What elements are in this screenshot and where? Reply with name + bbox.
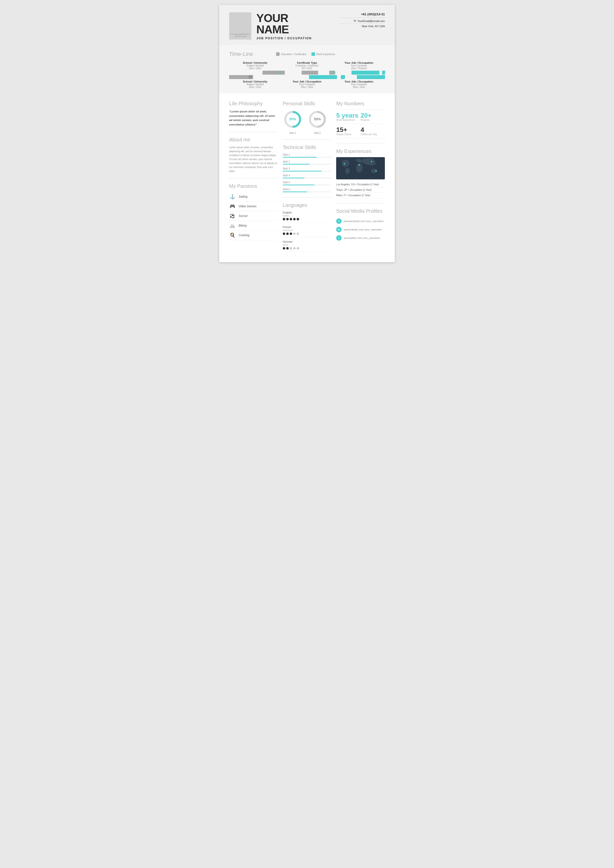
twitter-icon: t — [336, 235, 342, 241]
languages-title: Languages — [283, 202, 331, 208]
timeline-legend: Education / Certificates Work Experience — [276, 53, 335, 56]
passions-title: My Passions — [229, 183, 278, 189]
skill3-label: Skill 3 — [283, 167, 331, 170]
timeline-bot-item-1: School / University Subject Studied 20xx… — [229, 80, 281, 88]
lang-french-dots — [283, 232, 331, 235]
legend-edu-box — [276, 53, 280, 56]
number-years-value: 5 years — [336, 112, 361, 119]
tl-item2-sub1: Compnay / Institution — [281, 64, 333, 67]
dot — [293, 247, 295, 250]
header-name-area: YOUR NAME JOB POSITION / OCCUPATION — [256, 12, 336, 40]
skill2-fill — [283, 164, 309, 164]
tl-item2-title: Certificate Type — [281, 61, 333, 64]
about-me-section: About me Lorem ipsum dolor sit amet, con… — [229, 137, 278, 173]
left-column: Life Philosophy "Lorem ipsum dolor sit a… — [229, 101, 278, 255]
number-projects-value: 20+ — [361, 112, 385, 119]
my-numbers-title: My Numbers — [336, 101, 385, 107]
languages-section: Languages English Native French Advanced — [283, 202, 331, 252]
passion-biking: 🚲 Biking — [229, 221, 278, 231]
donut-svg-1: 50% — [283, 110, 303, 129]
timeline-bot-item-3: Your Job / Occupation Your Company 20xx … — [333, 80, 385, 88]
tl-item1-sub1: Subject Studied — [229, 64, 281, 67]
dot — [286, 218, 289, 220]
social-media-title: Social Media Profiles — [336, 208, 385, 214]
life-philosophy-title: Life Philosophy — [229, 101, 278, 107]
donut-skill2: 50% Skill 2 — [308, 110, 327, 135]
timeline-item-3: Your Job / Occupation Your Company 20xx … — [333, 61, 385, 70]
soccer-icon: ⚽ — [229, 213, 236, 219]
lang-german-level: Basic — [283, 243, 331, 246]
passion-videogames: 🎮 Video Games — [229, 202, 278, 211]
dot — [297, 218, 299, 220]
donut-skill1: 50% Skill 1 — [283, 110, 303, 135]
divider-6 — [336, 203, 385, 203]
cooking-icon: 🍳 — [229, 232, 236, 238]
life-philosophy-section: Life Philosophy "Lorem ipsum dolor sit a… — [229, 101, 278, 127]
philosophy-quote: "Lorem ipsum dolor sit amet, consectetur… — [229, 110, 278, 127]
facebook-url: www.facebook.com/ your_username — [344, 220, 383, 223]
social-media-section: Social Media Profiles f www.facebook.com… — [336, 208, 385, 242]
avatar-placeholder-text: FILL THE SHAPE WITH YOU PICTURE — [229, 33, 251, 37]
number-clients-value: 15+ — [336, 127, 361, 133]
world-map-svg — [336, 157, 385, 179]
my-experiences-section: My Experiences — [336, 149, 385, 198]
svg-point-8 — [371, 161, 372, 162]
passion-videogames-label: Video Games — [239, 205, 256, 208]
bike-icon: 🚲 — [229, 223, 236, 228]
skill2-label: Skill 2 — [283, 160, 331, 163]
dot — [283, 218, 285, 220]
tl-bot3-title: Your Job / Occupation — [333, 80, 385, 83]
svg-point-7 — [344, 163, 345, 164]
technical-skills-title: Technical Skills — [283, 144, 331, 150]
skill-bar-6: Skill 6 — [283, 188, 331, 192]
social-facebook: f www.facebook.com/ your_username — [336, 217, 385, 225]
tl-item3-title: Your Job / Occupation — [333, 61, 385, 64]
passion-soccer: ⚽ Soccer — [229, 211, 278, 221]
lang-german: German Basic — [283, 240, 331, 252]
skill6-fill — [283, 192, 307, 192]
number-clients: 15+ Happy Clients — [336, 124, 361, 138]
donut1-label: Skill 1 — [283, 132, 303, 135]
timeline-bar-top: ⊙ ⊙ ▣ — [229, 71, 385, 74]
avatar: FILL THE SHAPE WITH YOU PICTURE — [229, 12, 251, 40]
divider-1 — [229, 132, 278, 132]
gamepad-icon: 🎮 — [229, 204, 236, 209]
email-row: ✉ YourEmail@email.com — [340, 19, 385, 24]
timeline-bar-bottom: ⊙ ▣ ▣ — [229, 75, 385, 79]
timeline-header: Time-Line Education / Certificates Work … — [229, 51, 385, 57]
linkedin-icon: in — [336, 227, 342, 232]
timeline-section: Time-Line Education / Certificates Work … — [219, 45, 395, 93]
tl-item2-sub2: 03 / 2012 — [281, 67, 333, 70]
technical-skills-section: Technical Skills Skill 1 Skill 2 Skill 3… — [283, 144, 331, 192]
lang-english: English Native — [283, 211, 331, 223]
numbers-grid: 5 years Work Experience 20+ Projects 15+… — [336, 110, 385, 138]
passions-section: My Passions ⚓ Sailing 🎮 Video Games ⚽ So… — [229, 183, 278, 240]
skill3-fill — [283, 171, 322, 172]
dot — [290, 247, 292, 250]
lang-french-level: Advanced — [283, 229, 331, 231]
header-section: FILL THE SHAPE WITH YOU PICTURE YOUR NAM… — [219, 5, 395, 45]
legend-work: Work Experience — [311, 53, 335, 56]
donut-svg-2: 50% — [308, 110, 327, 129]
number-clients-label: Happy Clients — [336, 133, 361, 136]
lang-french: French Advanced — [283, 226, 331, 237]
timeline-item-1: School / University Subject Studied 20xx… — [229, 61, 281, 70]
svg-point-10 — [375, 170, 377, 172]
dot — [293, 232, 295, 235]
number-coffee-label: Coffee per Day — [361, 133, 385, 136]
lang-english-name: English — [283, 211, 331, 214]
number-coffee: 4 Coffee per Day — [361, 124, 385, 138]
dot — [290, 232, 292, 235]
svg-text:50%: 50% — [314, 117, 321, 121]
number-projects-label: Projects — [361, 119, 385, 121]
legend-work-box — [311, 53, 315, 56]
passion-sailing-label: Sailing — [239, 195, 247, 198]
skill-bar-4: Skill 4 — [283, 174, 331, 178]
dot — [286, 232, 289, 235]
facebook-icon: f — [336, 219, 342, 224]
tl-bot1-sub1: Subject Studied — [229, 83, 281, 86]
skill1-label: Skill 1 — [283, 153, 331, 156]
world-map-container — [336, 157, 385, 179]
exp-location-2: Tokyo, JP > Occupation (1 Year) — [336, 187, 385, 193]
skill6-label: Skill 6 — [283, 188, 331, 191]
